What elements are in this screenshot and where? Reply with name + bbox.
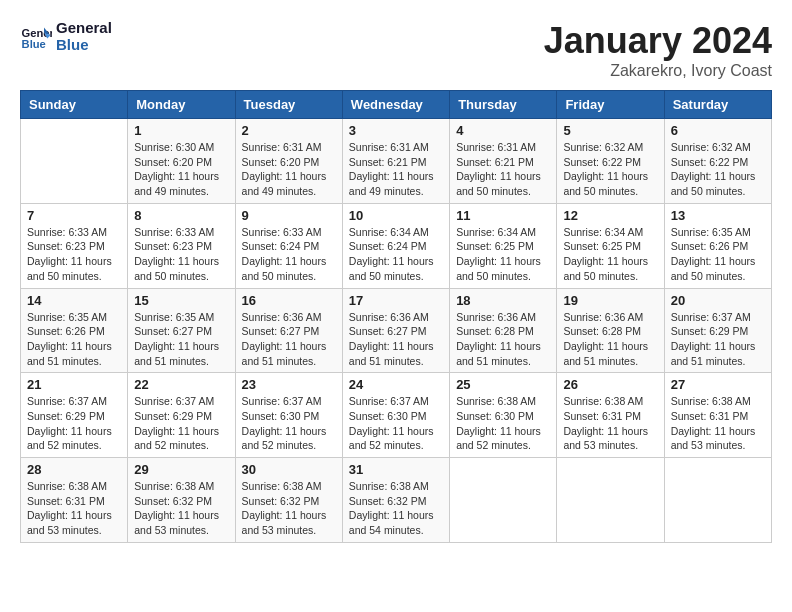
day-number: 10: [349, 208, 443, 223]
day-detail: Sunrise: 6:31 AMSunset: 6:21 PMDaylight:…: [456, 140, 550, 199]
day-number: 26: [563, 377, 657, 392]
header-day-friday: Friday: [557, 91, 664, 119]
day-number: 29: [134, 462, 228, 477]
day-cell-20: 20 Sunrise: 6:37 AMSunset: 6:29 PMDaylig…: [664, 288, 771, 373]
day-detail: Sunrise: 6:35 AMSunset: 6:27 PMDaylight:…: [134, 310, 228, 369]
day-cell-28: 28 Sunrise: 6:38 AMSunset: 6:31 PMDaylig…: [21, 458, 128, 543]
day-cell-29: 29 Sunrise: 6:38 AMSunset: 6:32 PMDaylig…: [128, 458, 235, 543]
day-detail: Sunrise: 6:36 AMSunset: 6:28 PMDaylight:…: [563, 310, 657, 369]
day-detail: Sunrise: 6:30 AMSunset: 6:20 PMDaylight:…: [134, 140, 228, 199]
calendar-header-row: SundayMondayTuesdayWednesdayThursdayFrid…: [21, 91, 772, 119]
day-detail: Sunrise: 6:38 AMSunset: 6:32 PMDaylight:…: [242, 479, 336, 538]
day-detail: Sunrise: 6:35 AMSunset: 6:26 PMDaylight:…: [27, 310, 121, 369]
day-detail: Sunrise: 6:33 AMSunset: 6:23 PMDaylight:…: [134, 225, 228, 284]
day-detail: Sunrise: 6:38 AMSunset: 6:31 PMDaylight:…: [27, 479, 121, 538]
logo-line1: General: [56, 20, 112, 37]
day-detail: Sunrise: 6:36 AMSunset: 6:27 PMDaylight:…: [349, 310, 443, 369]
day-detail: Sunrise: 6:38 AMSunset: 6:30 PMDaylight:…: [456, 394, 550, 453]
day-detail: Sunrise: 6:32 AMSunset: 6:22 PMDaylight:…: [563, 140, 657, 199]
empty-cell: [21, 119, 128, 204]
header-day-monday: Monday: [128, 91, 235, 119]
day-detail: Sunrise: 6:35 AMSunset: 6:26 PMDaylight:…: [671, 225, 765, 284]
day-cell-11: 11 Sunrise: 6:34 AMSunset: 6:25 PMDaylig…: [450, 203, 557, 288]
header-day-saturday: Saturday: [664, 91, 771, 119]
day-detail: Sunrise: 6:31 AMSunset: 6:21 PMDaylight:…: [349, 140, 443, 199]
day-detail: Sunrise: 6:36 AMSunset: 6:28 PMDaylight:…: [456, 310, 550, 369]
day-number: 7: [27, 208, 121, 223]
day-cell-9: 9 Sunrise: 6:33 AMSunset: 6:24 PMDayligh…: [235, 203, 342, 288]
day-number: 16: [242, 293, 336, 308]
calendar-table: SundayMondayTuesdayWednesdayThursdayFrid…: [20, 90, 772, 543]
week-row-3: 14 Sunrise: 6:35 AMSunset: 6:26 PMDaylig…: [21, 288, 772, 373]
svg-text:Blue: Blue: [22, 38, 46, 50]
day-detail: Sunrise: 6:33 AMSunset: 6:24 PMDaylight:…: [242, 225, 336, 284]
day-detail: Sunrise: 6:32 AMSunset: 6:22 PMDaylight:…: [671, 140, 765, 199]
day-detail: Sunrise: 6:34 AMSunset: 6:24 PMDaylight:…: [349, 225, 443, 284]
day-number: 14: [27, 293, 121, 308]
header-day-wednesday: Wednesday: [342, 91, 449, 119]
day-number: 20: [671, 293, 765, 308]
day-detail: Sunrise: 6:38 AMSunset: 6:32 PMDaylight:…: [349, 479, 443, 538]
calendar-subtitle: Zakarekro, Ivory Coast: [544, 62, 772, 80]
day-cell-12: 12 Sunrise: 6:34 AMSunset: 6:25 PMDaylig…: [557, 203, 664, 288]
day-cell-21: 21 Sunrise: 6:37 AMSunset: 6:29 PMDaylig…: [21, 373, 128, 458]
page-header: General Blue General Blue January 2024 Z…: [20, 20, 772, 80]
day-number: 21: [27, 377, 121, 392]
day-number: 3: [349, 123, 443, 138]
day-number: 22: [134, 377, 228, 392]
day-number: 30: [242, 462, 336, 477]
day-cell-14: 14 Sunrise: 6:35 AMSunset: 6:26 PMDaylig…: [21, 288, 128, 373]
day-number: 17: [349, 293, 443, 308]
day-cell-30: 30 Sunrise: 6:38 AMSunset: 6:32 PMDaylig…: [235, 458, 342, 543]
day-number: 31: [349, 462, 443, 477]
day-number: 23: [242, 377, 336, 392]
day-number: 25: [456, 377, 550, 392]
day-detail: Sunrise: 6:38 AMSunset: 6:32 PMDaylight:…: [134, 479, 228, 538]
day-number: 5: [563, 123, 657, 138]
day-cell-3: 3 Sunrise: 6:31 AMSunset: 6:21 PMDayligh…: [342, 119, 449, 204]
day-detail: Sunrise: 6:37 AMSunset: 6:30 PMDaylight:…: [242, 394, 336, 453]
day-number: 6: [671, 123, 765, 138]
header-day-thursday: Thursday: [450, 91, 557, 119]
day-cell-22: 22 Sunrise: 6:37 AMSunset: 6:29 PMDaylig…: [128, 373, 235, 458]
day-cell-6: 6 Sunrise: 6:32 AMSunset: 6:22 PMDayligh…: [664, 119, 771, 204]
day-detail: Sunrise: 6:36 AMSunset: 6:27 PMDaylight:…: [242, 310, 336, 369]
header-day-tuesday: Tuesday: [235, 91, 342, 119]
day-cell-18: 18 Sunrise: 6:36 AMSunset: 6:28 PMDaylig…: [450, 288, 557, 373]
week-row-1: 1 Sunrise: 6:30 AMSunset: 6:20 PMDayligh…: [21, 119, 772, 204]
logo: General Blue General Blue: [20, 20, 112, 53]
title-block: January 2024 Zakarekro, Ivory Coast: [544, 20, 772, 80]
day-detail: Sunrise: 6:38 AMSunset: 6:31 PMDaylight:…: [563, 394, 657, 453]
day-cell-25: 25 Sunrise: 6:38 AMSunset: 6:30 PMDaylig…: [450, 373, 557, 458]
day-number: 1: [134, 123, 228, 138]
day-number: 13: [671, 208, 765, 223]
day-detail: Sunrise: 6:33 AMSunset: 6:23 PMDaylight:…: [27, 225, 121, 284]
day-detail: Sunrise: 6:38 AMSunset: 6:31 PMDaylight:…: [671, 394, 765, 453]
day-cell-7: 7 Sunrise: 6:33 AMSunset: 6:23 PMDayligh…: [21, 203, 128, 288]
day-cell-19: 19 Sunrise: 6:36 AMSunset: 6:28 PMDaylig…: [557, 288, 664, 373]
logo-icon: General Blue: [20, 21, 52, 53]
day-cell-24: 24 Sunrise: 6:37 AMSunset: 6:30 PMDaylig…: [342, 373, 449, 458]
week-row-5: 28 Sunrise: 6:38 AMSunset: 6:31 PMDaylig…: [21, 458, 772, 543]
logo-line2: Blue: [56, 37, 112, 54]
day-cell-10: 10 Sunrise: 6:34 AMSunset: 6:24 PMDaylig…: [342, 203, 449, 288]
calendar-title: January 2024: [544, 20, 772, 62]
day-cell-17: 17 Sunrise: 6:36 AMSunset: 6:27 PMDaylig…: [342, 288, 449, 373]
day-cell-31: 31 Sunrise: 6:38 AMSunset: 6:32 PMDaylig…: [342, 458, 449, 543]
day-number: 15: [134, 293, 228, 308]
day-number: 8: [134, 208, 228, 223]
day-cell-4: 4 Sunrise: 6:31 AMSunset: 6:21 PMDayligh…: [450, 119, 557, 204]
day-detail: Sunrise: 6:37 AMSunset: 6:29 PMDaylight:…: [134, 394, 228, 453]
day-number: 27: [671, 377, 765, 392]
empty-cell: [557, 458, 664, 543]
week-row-4: 21 Sunrise: 6:37 AMSunset: 6:29 PMDaylig…: [21, 373, 772, 458]
day-cell-23: 23 Sunrise: 6:37 AMSunset: 6:30 PMDaylig…: [235, 373, 342, 458]
day-detail: Sunrise: 6:37 AMSunset: 6:29 PMDaylight:…: [27, 394, 121, 453]
day-number: 12: [563, 208, 657, 223]
day-number: 4: [456, 123, 550, 138]
day-cell-13: 13 Sunrise: 6:35 AMSunset: 6:26 PMDaylig…: [664, 203, 771, 288]
day-number: 19: [563, 293, 657, 308]
day-cell-5: 5 Sunrise: 6:32 AMSunset: 6:22 PMDayligh…: [557, 119, 664, 204]
day-cell-26: 26 Sunrise: 6:38 AMSunset: 6:31 PMDaylig…: [557, 373, 664, 458]
empty-cell: [664, 458, 771, 543]
